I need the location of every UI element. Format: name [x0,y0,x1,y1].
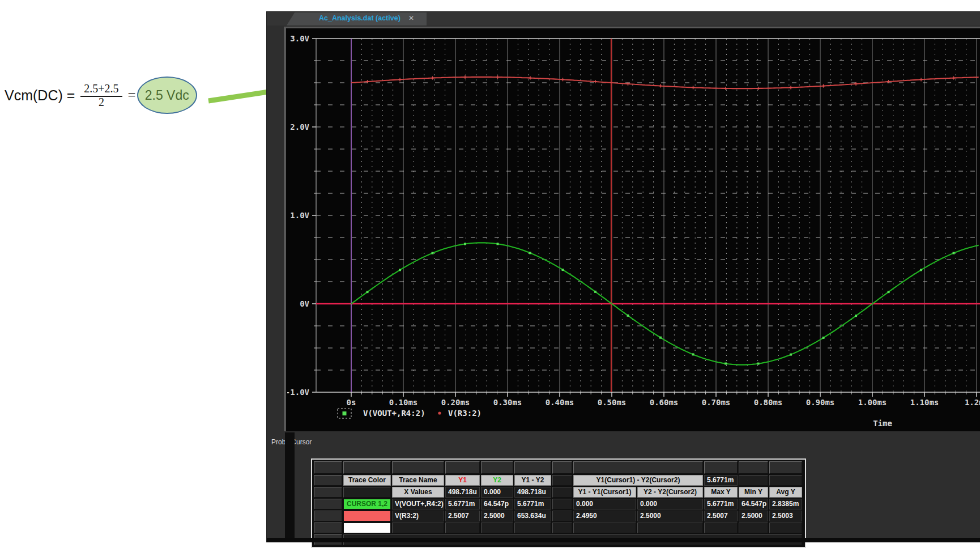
row-selector-button[interactable] [314,511,342,521]
row-selector-button[interactable] [573,461,703,474]
trace-swatch-red[interactable] [343,511,391,521]
legend-label-vr3[interactable]: V(R3:2) [448,409,482,418]
table-value-cell: 64.547p [481,499,513,509]
fraction-denominator: 2 [80,95,122,109]
trace-marker [888,291,890,293]
probe-left-gutter [285,432,295,538]
table-header-cell: Y1(Cursor1) - Y2(Cursor2) [573,475,703,486]
tab-title[interactable]: Ac_Analysis.dat (active) [319,14,400,22]
result-bubble: 2.5 Vdc [137,77,197,114]
y2-header-cell: Y2 [481,475,513,486]
fraction-numerator: 2.5+2.5 [80,82,122,97]
table-value-cell: 0.000 [637,499,703,509]
table-empty-cell [552,487,572,498]
table-empty-cell [481,523,513,533]
x-tick-label: 0.70ms [702,398,731,407]
table-value-cell: 2.5007 [445,511,480,521]
table-value-cell: 5.6771m [445,499,480,509]
tab-bar: Ac_Analysis.dat (active) ✕ [267,12,980,26]
table-header-cell: X Values [392,487,444,498]
row-selector-button[interactable] [392,461,444,474]
probe-table-row: Trace ColorTrace NameY1Y2Y1 - Y2Y1(Curso… [314,475,803,486]
row-selector-button[interactable] [314,461,342,474]
table-header-cell: Y2 - Y2(Cursor2) [637,487,703,498]
y-tick-label: 0V [300,299,309,308]
trace-marker [529,252,531,254]
table-header-cell: Avg Y [769,487,802,498]
table-header-cell: Y1 - Y2 [514,475,551,486]
probe-table-row: V(R3:2)2.50072.5000653.634u2.49502.50002… [314,511,803,521]
screenshot-page: Vcm(DC) = 2.5+2.5 2 = 2.5 Vdc Ac_Analysi… [0,0,980,552]
x-tick-label: 0.30ms [493,398,522,407]
table-value-cell: 2.5000 [637,511,703,521]
table-header-cell: Trace Color [343,475,391,486]
row-selector-button[interactable] [445,461,480,474]
table-value-cell: 0.000 [481,487,513,498]
row-selector-button[interactable] [314,499,342,509]
trace-marker [594,291,596,293]
table-value-cell: 2.5000 [481,511,513,521]
row-selector-button[interactable] [314,475,342,486]
table-value-cell: 5.6771m [704,475,738,486]
trace-marker [659,337,662,339]
table-empty-cell [392,523,444,533]
cursor-trace-swatch-green[interactable]: CURSOR 1,2 [343,499,391,509]
plot-panel: 3.0V2.0V1.0V0V-1.0V0s0.10ms0.20ms0.30ms0… [284,27,980,431]
x-tick-label: 0.40ms [546,398,574,407]
table-empty-cell [343,487,391,498]
probe-table-row: CURSOR 1,2V(VOUT+,R4:2)5.6771m64.547p5.6… [314,499,803,509]
table-value-cell: 2.5003 [769,511,802,521]
x-tick-label: 0s [347,398,356,407]
row-selector-button[interactable] [343,461,391,474]
x-tick-label: 0.60ms [650,398,679,407]
table-value-cell: 498.718u [514,487,551,498]
table-empty-cell [573,523,636,533]
x-tick-label: 0.20ms [441,398,470,407]
x-axis-title: Time [873,419,892,428]
table-value-cell: 5.6771m [704,499,738,509]
legend-marker-square[interactable] [343,411,347,415]
row-selector-button[interactable] [314,487,342,498]
row-selector-button[interactable] [314,523,342,533]
waveform-chart[interactable]: 3.0V2.0V1.0V0V-1.0V0s0.10ms0.20ms0.30ms0… [287,28,980,431]
row-selector-button[interactable] [552,461,572,474]
trace-marker [823,337,825,339]
y1-header-cell: Y1 [445,475,480,486]
table-value-cell: 2.4950 [573,511,636,521]
vcm-fraction: 2.5+2.5 2 [80,82,122,109]
legend-label-vout[interactable]: V(VOUT+,R4:2) [363,409,425,418]
row-selector-button[interactable] [514,461,551,474]
row-selector-button[interactable] [481,461,513,474]
trace-marker [692,353,694,355]
table-empty-cell [739,523,768,533]
trace-marker [464,243,466,245]
y-tick-label: 1.0V [290,211,309,220]
table-value-cell: V(R3:2) [392,511,444,521]
table-value-cell: 653.634u [514,511,551,521]
row-selector-button[interactable] [769,461,802,474]
table-empty-cell [739,475,768,486]
table-header-cell: Max Y [704,487,738,498]
table-value-cell: V(VOUT+,R4:2) [392,499,444,509]
trace-swatch-white[interactable] [343,523,391,533]
table-empty-cell [704,523,738,533]
table-value-cell: 5.6771m [514,499,551,509]
legend-marker-dot[interactable] [438,411,441,414]
x-tick-label: 0.10ms [389,398,418,407]
row-selector-button[interactable] [739,461,768,474]
row-selector-button[interactable] [704,461,738,474]
trace-marker [953,252,955,254]
table-empty-cell [514,523,551,533]
trace-marker [757,363,760,365]
trace-marker [627,315,629,317]
trace-marker [367,291,369,293]
trace-marker [562,269,564,271]
x-tick-label: 0.80ms [754,398,783,407]
tab-close-icon[interactable]: ✕ [408,14,414,22]
x-tick-label: 0.90ms [806,398,835,407]
table-empty-cell [445,523,480,533]
y-tick-label: 2.0V [290,122,309,131]
table-value-cell: 2.8385m [769,499,802,509]
trace-marker [497,243,499,245]
vcm-formula-lhs: Vcm(DC) = [5,87,75,104]
